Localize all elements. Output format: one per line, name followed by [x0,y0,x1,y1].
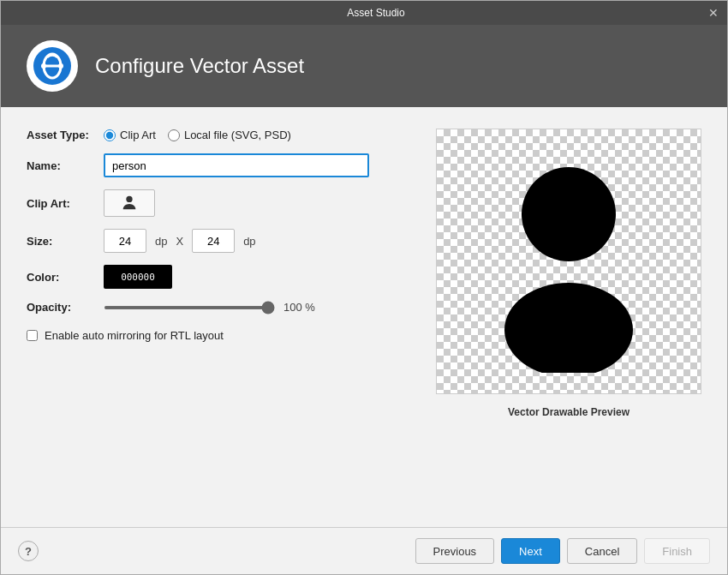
size-controls: dp X dp [104,229,256,253]
finish-button[interactable]: Finish [644,538,710,564]
person-clip-art-icon [120,194,139,213]
name-label: Name: [27,159,95,172]
window-title: Asset Studio [44,7,708,19]
page-title: Configure Vector Asset [95,54,304,78]
name-row: Name: [27,153,419,177]
rtl-label: Enable auto mirroring for RTL layout [45,329,224,342]
size-width-unit: dp [155,235,167,248]
name-input[interactable] [104,153,369,177]
opacity-value: 100 % [283,301,315,314]
clip-art-label: Clip Art: [27,197,95,210]
opacity-slider[interactable] [104,306,275,309]
vector-drawable-preview-svg [474,150,663,373]
asset-type-controls: Clip Art Local file (SVG, PSD) [104,129,291,141]
content-area: Asset Type: Clip Art Local file (SVG, PS… [1,107,727,527]
preview-area [436,129,701,394]
color-label: Color: [27,271,95,284]
color-value: 000000 [121,272,155,283]
rtl-checkbox[interactable] [27,330,38,341]
size-height-unit: dp [243,235,255,248]
clip-art-row: Clip Art: [27,189,419,217]
main-window: Asset Studio ✕ Configure Vector Asset As… [0,0,728,575]
local-file-radio-option[interactable]: Local file (SVG, PSD) [168,129,291,141]
opacity-label: Opacity: [27,301,95,314]
local-file-radio[interactable] [168,129,180,141]
local-file-radio-label: Local file (SVG, PSD) [184,129,291,141]
svg-point-5 [126,196,132,202]
asset-type-label: Asset Type: [27,129,95,141]
asset-type-row: Asset Type: Clip Art Local file (SVG, PS… [27,129,419,141]
help-button[interactable]: ? [18,541,39,561]
clip-art-radio[interactable] [104,129,116,141]
clip-art-button[interactable] [104,189,155,217]
color-swatch-button[interactable]: 000000 [104,265,172,289]
size-label: Size: [27,235,95,248]
size-width-input[interactable] [104,229,146,253]
next-button[interactable]: Next [501,538,560,564]
svg-point-7 [504,283,633,373]
size-height-input[interactable] [192,229,235,253]
close-button[interactable]: ✕ [708,7,719,19]
form-panel: Asset Type: Clip Art Local file (SVG, PS… [27,129,419,518]
rtl-row: Enable auto mirroring for RTL layout [27,329,419,342]
cancel-button[interactable]: Cancel [567,538,637,564]
clip-art-radio-option[interactable]: Clip Art [104,129,156,141]
size-separator: X [176,235,183,248]
svg-point-3 [41,63,46,69]
opacity-row: Opacity: 100 % [27,301,419,314]
size-row: Size: dp X dp [27,229,419,253]
header: Configure Vector Asset [1,25,727,107]
android-studio-logo [33,46,72,86]
bottom-bar: ? Previous Next Cancel Finish [1,527,727,574]
app-icon [27,40,78,92]
bottom-left: ? [18,541,39,561]
title-bar: Asset Studio ✕ [1,1,727,25]
svg-point-6 [522,167,616,261]
preview-panel: Vector Drawable Preview [436,129,701,518]
preview-label: Vector Drawable Preview [508,406,630,418]
bottom-right: Previous Next Cancel Finish [415,538,710,564]
svg-point-4 [58,63,63,69]
color-row: Color: 000000 [27,265,419,289]
previous-button[interactable]: Previous [415,538,495,564]
clip-art-radio-label: Clip Art [120,129,156,141]
